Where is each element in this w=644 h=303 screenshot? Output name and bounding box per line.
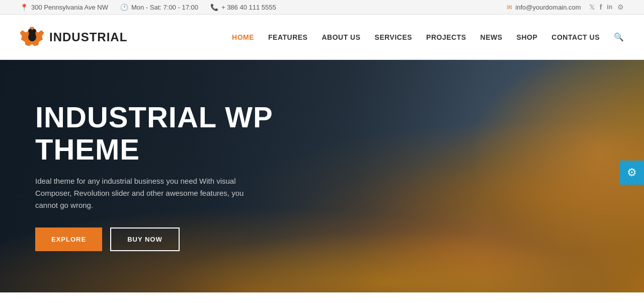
top-bar: 📍 300 Pennsylvania Ave NW 🕐 Mon - Sat: 7… [0,0,644,15]
nav-features[interactable]: FEATURES [268,31,307,43]
address-item: 📍 300 Pennsylvania Ave NW [20,4,108,11]
nav-services[interactable]: SERVICES [375,31,413,43]
nav-contact[interactable]: CONTACT US [551,31,600,43]
clock-icon: 🕐 [120,4,128,11]
hero-content: INDUSTRIAL WP THEME Ideal theme for any … [0,101,352,252]
logo-text: INDUSTRIAL [49,30,127,44]
explore-button[interactable]: EXPLORE [35,228,102,251]
top-bar-right: ✉ info@yourdomain.com 𝕏 f in ⚙ [507,3,624,11]
wordpress-icon[interactable]: ⚙ [617,3,624,11]
search-icon[interactable]: 🔍 [614,32,624,42]
worker-overlay [418,60,644,292]
header: INDUSTRIAL HOME FEATURES ABOUT US SERVIC… [0,15,644,60]
email-icon: ✉ [507,4,512,11]
phone-icon: 📞 [210,4,218,11]
email-item: ✉ info@yourdomain.com [507,4,581,11]
svg-point-3 [33,32,35,34]
hero-buttons: EXPLORE BUY NOW [35,228,317,251]
hours-text: Mon - Sat: 7:00 - 17:00 [131,4,198,11]
phone-item: 📞 + 386 40 111 5555 [210,4,276,11]
nav-news[interactable]: NEWS [480,31,503,43]
linkedin-icon[interactable]: in [607,4,612,11]
logo[interactable]: INDUSTRIAL [20,25,127,49]
main-nav: HOME FEATURES ABOUT US SERVICES PROJECTS… [232,31,624,43]
svg-point-2 [29,32,31,34]
nav-home[interactable]: HOME [232,31,254,43]
gear-icon: ⚙ [627,166,637,179]
facebook-icon[interactable]: f [600,3,602,11]
phone-text: + 386 40 111 5555 [221,4,276,11]
customizer-button[interactable]: ⚙ [620,161,644,185]
social-icons: 𝕏 f in ⚙ [589,3,624,11]
nav-shop[interactable]: SHOP [517,31,538,43]
location-icon: 📍 [20,4,28,11]
email-text: info@yourdomain.com [515,4,581,11]
buy-now-button[interactable]: BUY NOW [110,228,180,251]
top-bar-left: 📍 300 Pennsylvania Ave NW 🕐 Mon - Sat: 7… [20,4,276,11]
hero-section: INDUSTRIAL WP THEME Ideal theme for any … [0,60,644,292]
hero-title: INDUSTRIAL WP THEME [35,101,317,166]
nav-projects[interactable]: PROJECTS [426,31,466,43]
nav-about[interactable]: ABOUT US [321,31,360,43]
hero-subtitle: Ideal theme for any industrial business … [35,175,247,211]
hours-item: 🕐 Mon - Sat: 7:00 - 17:00 [120,4,198,11]
twitter-icon[interactable]: 𝕏 [589,3,595,11]
logo-icon [20,25,44,49]
address-text: 300 Pennsylvania Ave NW [31,4,108,11]
